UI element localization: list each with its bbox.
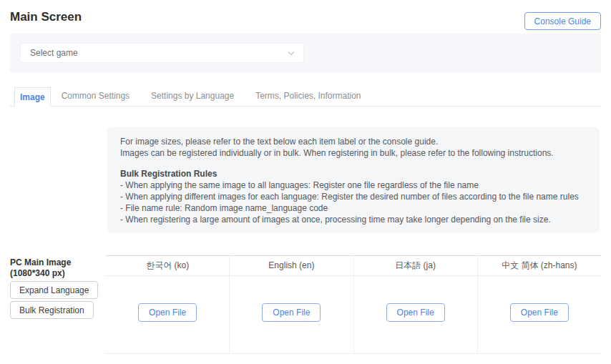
- lang-cell-ko: Open File: [106, 276, 230, 353]
- pc-main-image-label-line2: (1080*340 px): [10, 268, 71, 279]
- info-line-2: Images can be registered individually or…: [120, 147, 587, 159]
- expand-language-button[interactable]: Expand Language: [10, 281, 98, 299]
- lang-header-zh-hans: 中文 简体 (zh-hans): [478, 256, 601, 275]
- chevron-down-icon: [288, 51, 295, 56]
- info-box: For image sizes, please refer to the tex…: [107, 127, 600, 232]
- lang-header-ko: 한국어 (ko): [106, 256, 230, 275]
- bulk-registration-button[interactable]: Bulk Registration: [10, 301, 94, 319]
- game-select-value: Select game: [30, 48, 78, 58]
- lang-cell-en: Open File: [230, 276, 353, 353]
- pc-main-image-label-line1: PC Main Image: [10, 257, 71, 268]
- lang-header-ja: 日本語 (ja): [354, 256, 478, 275]
- page-title: Main Screen: [10, 10, 82, 24]
- tab-terms-policies-information[interactable]: Terms, Policies, Information: [245, 87, 371, 106]
- bulk-rules-title: Bulk Registration Rules: [120, 168, 587, 179]
- bulk-rule-3: - File name rule: Random image name_lang…: [120, 202, 587, 214]
- bulk-rule-4: - When registering a large amount of ima…: [120, 214, 587, 225]
- tab-image[interactable]: Image: [14, 87, 51, 107]
- language-image-table: 한국어 (ko) English (en) 日本語 (ja) 中文 简体 (zh…: [106, 255, 601, 354]
- language-table-header-row: 한국어 (ko) English (en) 日本語 (ja) 中文 简体 (zh…: [106, 255, 601, 276]
- console-guide-button[interactable]: Console Guide: [524, 12, 601, 30]
- lang-cell-ja: Open File: [354, 276, 478, 353]
- game-select-panel: Select game: [10, 34, 601, 72]
- tab-bar: Image Common Settings Settings by Langua…: [10, 87, 601, 107]
- open-file-button-ko[interactable]: Open File: [138, 303, 197, 322]
- bulk-rule-2: - When applying different images for eac…: [120, 191, 587, 202]
- tab-common-settings[interactable]: Common Settings: [51, 87, 140, 106]
- main-screen-page: Main Screen Console Guide Select game Im…: [0, 0, 611, 364]
- game-select-dropdown[interactable]: Select game: [20, 43, 304, 63]
- lang-cell-zh-hans: Open File: [478, 276, 601, 353]
- language-table-body-row: Open File Open File Open File Open File: [106, 276, 601, 354]
- tab-settings-by-language[interactable]: Settings by Language: [140, 87, 245, 106]
- open-file-button-en[interactable]: Open File: [262, 303, 321, 322]
- lang-header-en: English (en): [230, 256, 353, 275]
- pc-main-image-label: PC Main Image (1080*340 px): [10, 257, 71, 279]
- open-file-button-ja[interactable]: Open File: [386, 303, 445, 322]
- bulk-rule-1: - When applying the same image to all la…: [120, 179, 587, 191]
- open-file-button-zh-hans[interactable]: Open File: [510, 303, 569, 322]
- info-line-1: For image sizes, please refer to the tex…: [120, 136, 587, 147]
